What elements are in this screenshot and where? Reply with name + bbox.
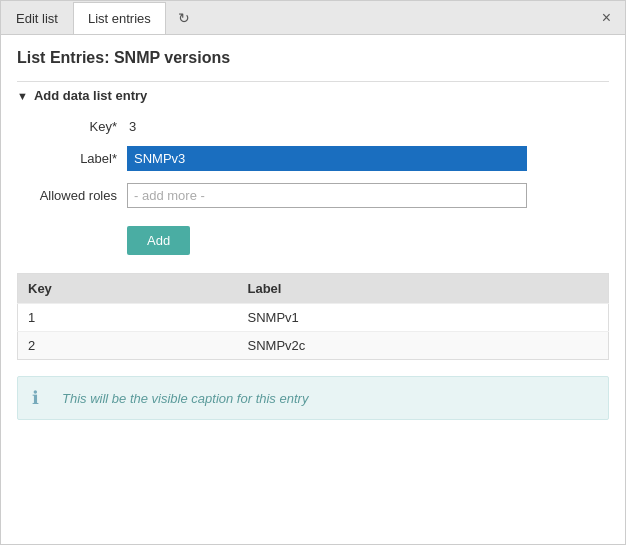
table-header-row: Key Label <box>18 274 609 304</box>
info-box: ℹ This will be the visible caption for t… <box>17 376 609 420</box>
entries-table: Key Label 1SNMPv12SNMPv2c <box>17 273 609 360</box>
table-body: 1SNMPv12SNMPv2c <box>18 304 609 360</box>
section-header[interactable]: ▼ Add data list entry <box>17 81 609 109</box>
label-label: Label* <box>17 151 127 166</box>
col-header-label: Label <box>238 274 609 304</box>
key-value: 3 <box>127 119 136 134</box>
label-row: Label* <box>17 146 609 171</box>
roles-select[interactable]: - add more - <box>127 183 527 208</box>
table-cell-label: SNMPv1 <box>238 304 609 332</box>
tab-bar: Edit list List entries ↻ × <box>1 1 625 35</box>
main-window: Edit list List entries ↻ × List Entries:… <box>0 0 626 545</box>
close-button[interactable]: × <box>596 7 617 29</box>
info-icon: ℹ <box>32 387 52 409</box>
section-arrow: ▼ <box>17 90 28 102</box>
label-input[interactable] <box>127 146 527 171</box>
key-row: Key* 3 <box>17 119 609 134</box>
col-header-key: Key <box>18 274 238 304</box>
table-cell-key: 1 <box>18 304 238 332</box>
key-label: Key* <box>17 119 127 134</box>
label-input-container <box>127 146 527 171</box>
add-button[interactable]: Add <box>127 226 190 255</box>
table-row[interactable]: 1SNMPv1 <box>18 304 609 332</box>
roles-label: Allowed roles <box>17 188 127 203</box>
section-label: Add data list entry <box>34 88 147 103</box>
tab-list-entries[interactable]: List entries <box>73 2 166 34</box>
table-row[interactable]: 2SNMPv2c <box>18 332 609 360</box>
table-cell-label: SNMPv2c <box>238 332 609 360</box>
refresh-button[interactable]: ↻ <box>170 4 198 32</box>
roles-select-container: - add more - <box>127 183 527 208</box>
info-text: This will be the visible caption for thi… <box>62 391 308 406</box>
roles-row: Allowed roles - add more - <box>17 183 609 208</box>
key-value-container: 3 <box>127 119 527 134</box>
table-header: Key Label <box>18 274 609 304</box>
page-title: List Entries: SNMP versions <box>17 49 609 67</box>
tab-edit-list[interactable]: Edit list <box>1 2 73 34</box>
add-button-row: Add <box>127 226 609 255</box>
main-content: List Entries: SNMP versions ▼ Add data l… <box>1 35 625 544</box>
table-cell-key: 2 <box>18 332 238 360</box>
